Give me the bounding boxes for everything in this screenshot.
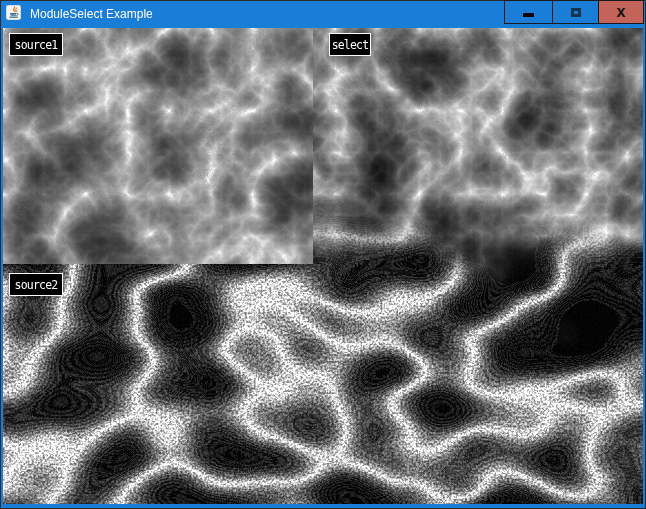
app-window: ModuleSelect Example x xyxy=(0,0,646,509)
minimize-button[interactable] xyxy=(504,0,553,24)
source1-label: source1 xyxy=(9,33,63,56)
titlebar[interactable]: ModuleSelect Example x xyxy=(1,1,645,28)
source2-label: source2 xyxy=(9,273,63,296)
maximize-icon xyxy=(571,8,581,17)
maximize-button[interactable] xyxy=(552,0,599,24)
noise-render-area: source1 select source2 xyxy=(3,28,643,504)
noise-canvas xyxy=(3,28,643,504)
source1-texture xyxy=(3,28,313,264)
select-label: select xyxy=(329,33,371,56)
minimize-icon xyxy=(523,13,534,17)
window-title: ModuleSelect Example xyxy=(30,1,153,28)
close-button[interactable]: x xyxy=(598,0,644,24)
java-app-icon xyxy=(6,5,21,20)
close-icon: x xyxy=(617,4,626,20)
